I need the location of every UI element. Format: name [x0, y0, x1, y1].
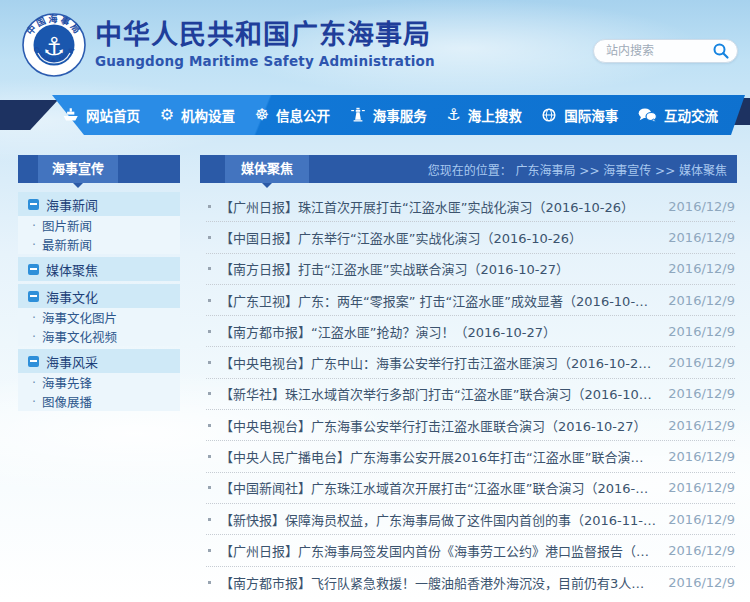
nav-item-interaction[interactable]: 互动交流: [638, 105, 718, 125]
main-header: 媒体聚焦 您现在的位置： 广东海事局 >> 海事宣传 >> 媒体聚焦: [200, 155, 737, 183]
gears-icon: ⚙: [160, 107, 174, 123]
bullet-icon: ·: [32, 237, 36, 252]
news-row: 【广州日报】珠江首次开展打击“江盗水匪”实战化演习（2016-10-26） 20…: [206, 191, 735, 222]
search-input[interactable]: [606, 44, 712, 58]
news-row: 【中国日报】广东举行“江盗水匪”实战化演习（2016-10-26） 2016/1…: [206, 222, 735, 253]
news-link[interactable]: 【广东卫视】广东：两年“零报案” 打击“江盗水匪”成效显著（2016-10-28…: [220, 291, 656, 310]
news-row: 【新华社】珠江水域首次举行多部门打击“江盗水匪”联合演习（2016-10-26）…: [206, 379, 735, 410]
news-row: 【中国新闻社】广东珠江水域首次开展打击“江盗水匪”联合演习（2016-10-26…: [206, 473, 735, 504]
content: 海事宣传 海事新闻 · 图片新闻 · 最新新闻: [18, 155, 737, 598]
sidebar-item-image-gallery[interactable]: · 图像展播: [18, 392, 180, 411]
sidebar-group-style: 海事风采 · 海事先锋 · 图像展播: [18, 349, 180, 411]
bullet-icon: ·: [32, 394, 36, 409]
news-row: 【广州日报】广东海事局签发国内首份《海事劳工公约》港口监督报告（2016-11-…: [206, 535, 735, 566]
bullet-icon: ·: [32, 375, 36, 390]
sidebar-item-media-focus[interactable]: 媒体聚焦: [18, 257, 180, 281]
sidebar-item-maritime-pioneer[interactable]: · 海事先锋: [18, 373, 180, 392]
news-row: 【中央电视台】广东海事公安举行打击江盗水匪联合演习（2016-10-27） 20…: [206, 410, 735, 441]
site-title: 中华人民共和国广东海事局: [95, 19, 435, 50]
news-link[interactable]: 【中央电视台】广东海事公安举行打击江盗水匪联合演习（2016-10-27）: [220, 416, 647, 435]
news-date: 2016/12/9: [656, 261, 735, 276]
news-date: 2016/12/9: [656, 293, 735, 308]
site-search: [593, 39, 738, 63]
bullet-icon: [208, 455, 211, 458]
ship-icon: [62, 107, 79, 124]
site-title-block: 中华人民共和国广东海事局 Guangdong Maritime Safety A…: [95, 19, 435, 69]
collapse-icon[interactable]: [28, 264, 39, 275]
sidebar-item-photo-news[interactable]: · 图片新闻: [18, 216, 180, 235]
breadcrumb[interactable]: 您现在的位置： 广东海事局 >> 海事宣传 >> 媒体聚焦: [428, 161, 727, 178]
nav-item-label: 海上搜救: [468, 105, 522, 125]
news-date: 2016/12/9: [656, 512, 735, 527]
collapse-icon[interactable]: [28, 356, 39, 367]
news-date: 2016/12/9: [656, 543, 735, 558]
news-link[interactable]: 【中国新闻社】广东珠江水域首次开展打击“江盗水匪”联合演习（2016-10-26…: [220, 478, 656, 497]
bullet-icon: [208, 392, 211, 395]
news-row: 【南方都市报】“江盗水匪”抢劫？演习！（2016-10-27） 2016/12/…: [206, 316, 735, 347]
sidebar-group-news: 海事新闻 · 图片新闻 · 最新新闻: [18, 192, 180, 254]
news-date: 2016/12/9: [656, 449, 735, 464]
news-row: 【南方都市报】飞行队紧急救援！一艘油船香港外海沉没，目前仍有3人失踪（2016-…: [206, 567, 735, 598]
msa-logo[interactable]: 中国海事局 CHINA MSA ⚓: [22, 13, 86, 77]
chat-icon: [638, 107, 657, 123]
news-link[interactable]: 【广州日报】珠江首次开展打击“江盗水匪”实战化演习（2016-10-26）: [220, 197, 634, 216]
main-nav: 网站首页 ⚙ 机构设置 ☸ 信息公开 海事服务: [0, 95, 750, 135]
news-date: 2016/12/9: [656, 199, 735, 214]
nav-item-info-disclosure[interactable]: ☸ 信息公开: [255, 105, 330, 125]
news-row: 【广东卫视】广东：两年“零报案” 打击“江盗水匪”成效显著（2016-10-28…: [206, 285, 735, 316]
sidebar-title: 海事宣传: [38, 155, 118, 183]
news-link[interactable]: 【中央人民广播电台】广东海事公安开展2016年打击“江盗水匪”联合演习（2016…: [220, 447, 656, 466]
bullet-icon: [208, 361, 211, 364]
news-date: 2016/12/9: [656, 386, 735, 401]
sidebar-group-culture: 海事文化 · 海事文化图片 · 海事文化视频: [18, 284, 180, 346]
lighthouse-icon: [350, 107, 366, 123]
news-link[interactable]: 【广州日报】广东海事局签发国内首份《海事劳工公约》港口监督报告（2016-11-…: [220, 541, 656, 560]
msa-logo-icon: 中国海事局 CHINA MSA ⚓: [22, 13, 86, 77]
nav-item-label: 机构设置: [181, 105, 235, 125]
bullet-icon: [208, 236, 211, 239]
collapse-icon[interactable]: [28, 199, 39, 210]
bullet-icon: ·: [32, 329, 36, 344]
nav-item-organization[interactable]: ⚙ 机构设置: [160, 105, 235, 125]
nav-item-label: 海事服务: [373, 105, 427, 125]
nav-item-maritime-services[interactable]: 海事服务: [350, 105, 427, 125]
globe-icon: [541, 107, 557, 123]
news-link[interactable]: 【南方都市报】“江盗水匪”抢劫？演习！（2016-10-27）: [220, 322, 556, 341]
sidebar-group-media: 媒体聚焦: [18, 257, 180, 281]
search-button[interactable]: [712, 42, 730, 60]
sidebar-item-maritime-news[interactable]: 海事新闻: [18, 192, 180, 216]
sidebar-item-maritime-culture[interactable]: 海事文化: [18, 284, 180, 308]
nav-item-search-rescue[interactable]: ⚓ 海上搜救: [446, 105, 521, 125]
nav-item-home[interactable]: 网站首页: [62, 105, 140, 125]
nav-item-international[interactable]: 国际海事: [541, 105, 618, 125]
news-link[interactable]: 【新华社】珠江水域首次举行多部门打击“江盗水匪”联合演习（2016-10-26）: [220, 384, 656, 403]
nav-decor-left: [0, 100, 58, 130]
nav-items: 网站首页 ⚙ 机构设置 ☸ 信息公开 海事服务: [62, 95, 718, 135]
svg-text:⚓: ⚓: [43, 32, 65, 61]
bullet-icon: [208, 205, 211, 208]
bullet-icon: [208, 330, 211, 333]
anchor-icon: ⚓: [446, 107, 460, 123]
bullet-icon: ·: [32, 218, 36, 233]
news-link[interactable]: 【南方日报】打击“江盗水匪”实战联合演习（2016-10-27）: [220, 259, 569, 278]
sidebar: 海事宣传 海事新闻 · 图片新闻 · 最新新闻: [18, 155, 180, 411]
news-link[interactable]: 【中国日报】广东举行“江盗水匪”实战化演习（2016-10-26）: [220, 228, 582, 247]
nav-item-label: 网站首页: [86, 105, 140, 125]
news-link[interactable]: 【新快报】保障海员权益，广东海事局做了这件国内首创的事（2016-11-12）: [220, 510, 656, 529]
news-link[interactable]: 【南方都市报】飞行队紧急救援！一艘油船香港外海沉没，目前仍有3人失踪（2016-…: [220, 573, 656, 592]
helm-icon: ☸: [255, 107, 269, 123]
news-date: 2016/12/9: [656, 418, 735, 433]
collapse-icon[interactable]: [28, 291, 39, 302]
bullet-icon: [208, 486, 211, 489]
sidebar-item-culture-photos[interactable]: · 海事文化图片: [18, 308, 180, 327]
search-icon: [712, 42, 730, 60]
sidebar-item-culture-videos[interactable]: · 海事文化视频: [18, 327, 180, 346]
news-list: 【广州日报】珠江首次开展打击“江盗水匪”实战化演习（2016-10-26） 20…: [200, 191, 737, 598]
news-date: 2016/12/9: [656, 480, 735, 495]
news-link[interactable]: 【中央电视台】广东中山：海事公安举行打击江盗水匪演习（2016-10-27）: [220, 353, 656, 372]
news-date: 2016/12/9: [656, 324, 735, 339]
sidebar-menu: 海事新闻 · 图片新闻 · 最新新闻 媒体聚焦: [18, 192, 180, 411]
sidebar-item-latest-news[interactable]: · 最新新闻: [18, 235, 180, 254]
sidebar-item-maritime-style[interactable]: 海事风采: [18, 349, 180, 373]
bullet-icon: [208, 581, 211, 584]
